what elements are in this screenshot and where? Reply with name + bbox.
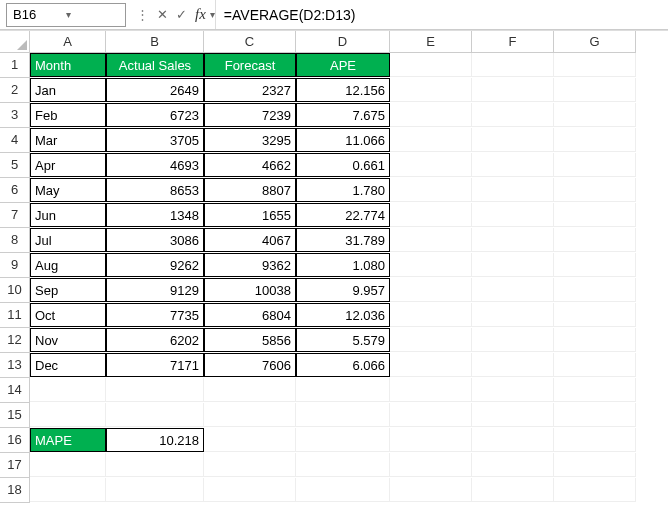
cell-F6[interactable] <box>472 178 554 202</box>
row-header[interactable]: 13 <box>0 353 30 378</box>
cell-E7[interactable] <box>390 203 472 227</box>
cell-E16[interactable] <box>390 428 472 452</box>
cell-F15[interactable] <box>472 403 554 427</box>
cell-E18[interactable] <box>390 478 472 502</box>
cell-E6[interactable] <box>390 178 472 202</box>
row-header[interactable]: 5 <box>0 153 30 178</box>
cell-C2[interactable]: 2327 <box>204 78 296 102</box>
cell-B2[interactable]: 2649 <box>106 78 204 102</box>
cell-A6[interactable]: May <box>30 178 106 202</box>
cell-E2[interactable] <box>390 78 472 102</box>
row-header[interactable]: 7 <box>0 203 30 228</box>
cell-A14[interactable] <box>30 378 106 402</box>
cell-D1[interactable]: APE <box>296 53 390 77</box>
cell-F17[interactable] <box>472 453 554 477</box>
cell-A7[interactable]: Jun <box>30 203 106 227</box>
cell-D12[interactable]: 5.579 <box>296 328 390 352</box>
cell-C3[interactable]: 7239 <box>204 103 296 127</box>
cell-D10[interactable]: 9.957 <box>296 278 390 302</box>
cell-A2[interactable]: Jan <box>30 78 106 102</box>
row-header[interactable]: 9 <box>0 253 30 278</box>
cell-G10[interactable] <box>554 278 636 302</box>
cell-G8[interactable] <box>554 228 636 252</box>
row-header[interactable]: 4 <box>0 128 30 153</box>
cell-F7[interactable] <box>472 203 554 227</box>
cell-C13[interactable]: 7606 <box>204 353 296 377</box>
cell-G4[interactable] <box>554 128 636 152</box>
cell-F8[interactable] <box>472 228 554 252</box>
row-header[interactable]: 16 <box>0 428 30 453</box>
cell-B7[interactable]: 1348 <box>106 203 204 227</box>
cell-B17[interactable] <box>106 453 204 477</box>
col-header-D[interactable]: D <box>296 31 390 53</box>
cell-F16[interactable] <box>472 428 554 452</box>
row-header[interactable]: 2 <box>0 78 30 103</box>
cell-A5[interactable]: Apr <box>30 153 106 177</box>
cell-D9[interactable]: 1.080 <box>296 253 390 277</box>
cell-D17[interactable] <box>296 453 390 477</box>
cell-G7[interactable] <box>554 203 636 227</box>
row-header[interactable]: 15 <box>0 403 30 428</box>
cell-G12[interactable] <box>554 328 636 352</box>
formula-input[interactable]: =AVERAGE(D2:D13) <box>215 0 668 29</box>
cell-F11[interactable] <box>472 303 554 327</box>
cell-B12[interactable]: 6202 <box>106 328 204 352</box>
cell-C1[interactable]: Forecast <box>204 53 296 77</box>
cell-D15[interactable] <box>296 403 390 427</box>
cell-G15[interactable] <box>554 403 636 427</box>
col-header-E[interactable]: E <box>390 31 472 53</box>
cell-E17[interactable] <box>390 453 472 477</box>
cell-B11[interactable]: 7735 <box>106 303 204 327</box>
cell-D16[interactable] <box>296 428 390 452</box>
chevron-down-icon[interactable]: ▾ <box>66 9 119 20</box>
row-header[interactable]: 17 <box>0 453 30 478</box>
cell-F3[interactable] <box>472 103 554 127</box>
cell-D11[interactable]: 12.036 <box>296 303 390 327</box>
fx-icon[interactable]: fx <box>195 6 206 23</box>
cell-B5[interactable]: 4693 <box>106 153 204 177</box>
cell-C11[interactable]: 6804 <box>204 303 296 327</box>
cell-F13[interactable] <box>472 353 554 377</box>
cell-E3[interactable] <box>390 103 472 127</box>
cell-G3[interactable] <box>554 103 636 127</box>
cell-C7[interactable]: 1655 <box>204 203 296 227</box>
cell-C8[interactable]: 4067 <box>204 228 296 252</box>
col-header-C[interactable]: C <box>204 31 296 53</box>
cell-G17[interactable] <box>554 453 636 477</box>
cell-E8[interactable] <box>390 228 472 252</box>
cell-A4[interactable]: Mar <box>30 128 106 152</box>
cell-B6[interactable]: 8653 <box>106 178 204 202</box>
cell-D4[interactable]: 11.066 <box>296 128 390 152</box>
cell-G11[interactable] <box>554 303 636 327</box>
cell-B1[interactable]: Actual Sales <box>106 53 204 77</box>
cell-E9[interactable] <box>390 253 472 277</box>
col-header-G[interactable]: G <box>554 31 636 53</box>
cell-E12[interactable] <box>390 328 472 352</box>
cell-F1[interactable] <box>472 53 554 77</box>
row-header[interactable]: 18 <box>0 478 30 503</box>
cell-C4[interactable]: 3295 <box>204 128 296 152</box>
row-header[interactable]: 1 <box>0 53 30 78</box>
cell-B3[interactable]: 6723 <box>106 103 204 127</box>
cell-B15[interactable] <box>106 403 204 427</box>
cell-A15[interactable] <box>30 403 106 427</box>
cell-B8[interactable]: 3086 <box>106 228 204 252</box>
cell-A16[interactable]: MAPE <box>30 428 106 452</box>
cell-G14[interactable] <box>554 378 636 402</box>
cell-D7[interactable]: 22.774 <box>296 203 390 227</box>
row-header[interactable]: 3 <box>0 103 30 128</box>
cell-E11[interactable] <box>390 303 472 327</box>
row-header[interactable]: 10 <box>0 278 30 303</box>
cell-G9[interactable] <box>554 253 636 277</box>
name-box[interactable]: B16 ▾ <box>6 3 126 27</box>
cell-F9[interactable] <box>472 253 554 277</box>
cell-E10[interactable] <box>390 278 472 302</box>
cell-C15[interactable] <box>204 403 296 427</box>
cell-F14[interactable] <box>472 378 554 402</box>
cell-C12[interactable]: 5856 <box>204 328 296 352</box>
cell-A17[interactable] <box>30 453 106 477</box>
col-header-B[interactable]: B <box>106 31 204 53</box>
row-header[interactable]: 6 <box>0 178 30 203</box>
row-header[interactable]: 11 <box>0 303 30 328</box>
cell-D3[interactable]: 7.675 <box>296 103 390 127</box>
